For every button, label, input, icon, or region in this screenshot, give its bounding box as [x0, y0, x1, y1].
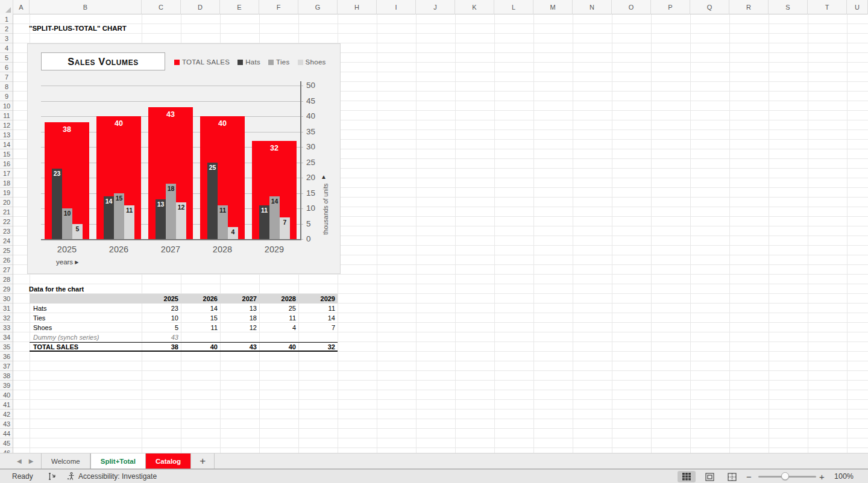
- row-header-1[interactable]: 1: [0, 14, 13, 24]
- row-header-26[interactable]: 26: [0, 255, 13, 265]
- row-header-41[interactable]: 41: [0, 400, 13, 410]
- column-header-Q[interactable]: Q: [690, 0, 729, 14]
- column-header-M[interactable]: M: [533, 0, 573, 14]
- row-header-28[interactable]: 28: [0, 275, 13, 284]
- row-header-24[interactable]: 24: [0, 236, 13, 246]
- column-header-I[interactable]: I: [377, 0, 416, 14]
- ties-bar: 10: [62, 208, 72, 239]
- zoom-in-button[interactable]: +: [819, 472, 825, 482]
- row-header-12[interactable]: 12: [0, 120, 13, 130]
- table-row-dummy-synch-series-[interactable]: Dummy (synch series)43: [30, 332, 338, 342]
- row-header-4[interactable]: 4: [0, 43, 13, 53]
- macro-record-icon[interactable]: [47, 472, 57, 483]
- row-header-31[interactable]: 31: [0, 304, 13, 313]
- chart[interactable]: Sales Volumes TOTAL SALESHatsTiesShoes 3…: [27, 43, 341, 274]
- row-header-15[interactable]: 15: [0, 149, 13, 159]
- row-header-7[interactable]: 7: [0, 72, 13, 82]
- row-header-43[interactable]: 43: [0, 419, 13, 429]
- row-header-25[interactable]: 25: [0, 246, 13, 255]
- row-header-35[interactable]: 35: [0, 342, 13, 352]
- row-header-9[interactable]: 9: [0, 92, 13, 101]
- zoom-slider-thumb[interactable]: [781, 472, 789, 480]
- corner-triangle-icon: [5, 7, 11, 13]
- row-header-10[interactable]: 10: [0, 101, 13, 111]
- row-header-13[interactable]: 13: [0, 130, 13, 140]
- column-header-D[interactable]: D: [181, 0, 220, 14]
- column-header-G[interactable]: G: [298, 0, 338, 14]
- column-header-K[interactable]: K: [455, 0, 494, 14]
- table-row-shoes[interactable]: Shoes5111247: [30, 323, 338, 332]
- row-header-27[interactable]: 27: [0, 265, 13, 275]
- select-all-corner[interactable]: [0, 0, 13, 14]
- page-break-view-button[interactable]: [723, 471, 741, 482]
- row-header-29[interactable]: 29: [0, 284, 13, 294]
- y-tick-label: 35: [306, 127, 330, 136]
- row-header-22[interactable]: 22: [0, 217, 13, 226]
- row-header-3[interactable]: 3: [0, 34, 13, 43]
- table-row-ties[interactable]: Ties1015181114: [30, 313, 338, 323]
- row-header-19[interactable]: 19: [0, 188, 13, 198]
- row-header-23[interactable]: 23: [0, 226, 13, 236]
- column-header-P[interactable]: P: [651, 0, 690, 14]
- sheet-tab-catalog[interactable]: Catalog: [146, 453, 191, 469]
- normal-view-button[interactable]: [678, 471, 696, 482]
- row-header-42[interactable]: 42: [0, 410, 13, 419]
- row-header-34[interactable]: 34: [0, 332, 13, 342]
- row-header-18[interactable]: 18: [0, 178, 13, 188]
- table-row-total-sales[interactable]: TOTAL SALES3840434032: [30, 342, 338, 352]
- sheet-tab-split-total[interactable]: Split+Total: [90, 453, 146, 469]
- accessibility-status[interactable]: Accessibility: Investigate: [78, 472, 157, 481]
- row-header-5[interactable]: 5: [0, 53, 13, 63]
- row-header-39[interactable]: 39: [0, 381, 13, 390]
- row-header-17[interactable]: 17: [0, 169, 13, 178]
- row-header-16[interactable]: 16: [0, 159, 13, 169]
- column-header-S[interactable]: S: [769, 0, 808, 14]
- row-header-36[interactable]: 36: [0, 352, 13, 361]
- page-layout-view-button[interactable]: [700, 471, 719, 482]
- row-header-14[interactable]: 14: [0, 140, 13, 149]
- column-header-R[interactable]: R: [729, 0, 769, 14]
- row-header-21[interactable]: 21: [0, 207, 13, 217]
- column-header-H[interactable]: H: [338, 0, 377, 14]
- add-sheet-button[interactable]: +: [191, 453, 215, 469]
- row-header-44[interactable]: 44: [0, 429, 13, 438]
- table-caption[interactable]: Data for the chart: [29, 285, 84, 293]
- row-header-46[interactable]: 46: [0, 448, 13, 453]
- sheet-tab-welcome[interactable]: Welcome: [41, 453, 90, 469]
- legend-label: Shoes: [306, 58, 326, 66]
- table-row-hats[interactable]: Hats2314132511: [30, 304, 338, 313]
- column-header-L[interactable]: L: [494, 0, 533, 14]
- column-header-N[interactable]: N: [573, 0, 612, 14]
- row-header-30[interactable]: 30: [0, 294, 13, 304]
- row-header-32[interactable]: 32: [0, 313, 13, 323]
- x-category-label: 2025: [41, 245, 93, 254]
- row-header-33[interactable]: 33: [0, 323, 13, 332]
- column-header-U[interactable]: U: [847, 0, 868, 14]
- row-header-8[interactable]: 8: [0, 82, 13, 92]
- column-header-B[interactable]: B: [30, 0, 142, 14]
- data-table[interactable]: 20252026202720282029Hats2314132511Ties10…: [30, 294, 338, 352]
- sheet-area[interactable]: "SPLIT-PLUS-TOTAL" CHART Sales Volumes T…: [13, 14, 868, 453]
- column-header-F[interactable]: F: [259, 0, 298, 14]
- row-header-38[interactable]: 38: [0, 371, 13, 381]
- row-header-6[interactable]: 6: [0, 63, 13, 72]
- tab-nav-right-icon[interactable]: ▶: [29, 458, 34, 464]
- zoom-out-button[interactable]: −: [746, 472, 752, 482]
- accessibility-icon[interactable]: [66, 472, 76, 483]
- cell-b2-title[interactable]: "SPLIT-PLUS-TOTAL" CHART: [29, 25, 127, 32]
- table-header-row[interactable]: 20252026202720282029: [30, 294, 338, 304]
- column-header-E[interactable]: E: [220, 0, 259, 14]
- column-header-O[interactable]: O: [612, 0, 651, 14]
- tab-nav-left-icon[interactable]: ◀: [17, 458, 22, 464]
- row-header-20[interactable]: 20: [0, 198, 13, 207]
- row-header-37[interactable]: 37: [0, 361, 13, 371]
- zoom-level[interactable]: 100%: [834, 472, 854, 481]
- row-header-45[interactable]: 45: [0, 438, 13, 448]
- row-header-40[interactable]: 40: [0, 390, 13, 400]
- column-header-A[interactable]: A: [13, 0, 30, 14]
- column-header-C[interactable]: C: [142, 0, 181, 14]
- row-header-11[interactable]: 11: [0, 111, 13, 120]
- column-header-T[interactable]: T: [808, 0, 847, 14]
- column-header-J[interactable]: J: [416, 0, 455, 14]
- row-header-2[interactable]: 2: [0, 24, 13, 34]
